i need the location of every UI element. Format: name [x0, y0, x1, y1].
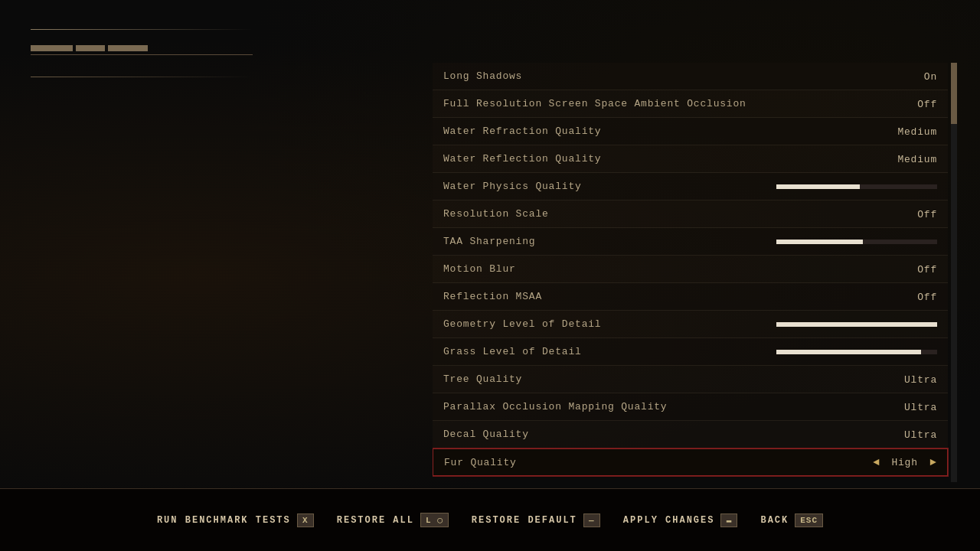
slider-fill-grass-lod [776, 350, 921, 354]
setting-row-long-shadows[interactable]: Long ShadowsOn [433, 63, 948, 90]
setting-row-motion-blur[interactable]: Motion BlurOff [433, 256, 948, 283]
bottom-action-run-benchmark[interactable]: Run Benchmark TestsX [157, 514, 314, 527]
setting-row-fur-quality[interactable]: Fur Quality◄High► [433, 448, 948, 476]
slider-taa-sharpening[interactable] [776, 240, 937, 244]
settings-panel: Long ShadowsOnFull Resolution Screen Spa… [433, 63, 957, 482]
scrollbar-track[interactable] [951, 63, 957, 482]
nav-arrow-left-fur-quality[interactable]: ◄ [873, 456, 879, 468]
action-label-restore-all: Restore All [337, 515, 414, 526]
description-divider [31, 77, 253, 77]
settings-list: Long ShadowsOnFull Resolution Screen Spa… [433, 63, 948, 482]
memory-bar-total [31, 54, 253, 55]
left-panel [31, 23, 306, 88]
setting-row-reflection-msaa[interactable]: Reflection MSAAOff [433, 283, 948, 311]
scrollbar-thumb[interactable] [951, 63, 957, 124]
slider-water-physics[interactable] [776, 184, 937, 189]
setting-name-long-shadows: Long Shadows [443, 70, 522, 82]
setting-row-decal-quality[interactable]: Decal QualityUltra [433, 421, 948, 448]
key-badge-restore-default: — [583, 514, 600, 527]
setting-value-long-shadows: On [924, 71, 937, 83]
setting-row-water-refraction[interactable]: Water Refraction QualityMedium [433, 118, 948, 145]
bottom-bar: Run Benchmark TestsXRestore AllL ◯Restor… [0, 488, 980, 551]
setting-row-water-physics[interactable]: Water Physics Quality [433, 173, 948, 201]
setting-name-resolution-scale: Resolution Scale [443, 208, 549, 220]
action-label-back: Back [760, 515, 789, 526]
setting-value-frsssao: Off [917, 99, 937, 110]
setting-value-parallax-occlusion: Ultra [904, 402, 937, 413]
slider-fill-water-physics [776, 184, 860, 189]
bottom-action-back[interactable]: BackESC [760, 514, 823, 527]
slider-grass-lod[interactable] [776, 350, 937, 354]
setting-row-frsssao[interactable]: Full Resolution Screen Space Ambient Occ… [433, 90, 948, 118]
setting-name-water-refraction: Water Refraction Quality [443, 126, 601, 137]
setting-name-fur-quality: Fur Quality [444, 457, 517, 468]
slider-track-water-physics [776, 184, 937, 189]
setting-row-water-reflection[interactable]: Water Reflection QualityMedium [433, 145, 948, 173]
page-container: Long ShadowsOnFull Resolution Screen Spa… [0, 0, 980, 551]
slider-track-grass-lod [776, 350, 937, 354]
setting-name-grass-lod: Grass Level of Detail [443, 346, 582, 357]
action-label-run-benchmark: Run Benchmark Tests [157, 515, 291, 526]
setting-value-motion-blur: Off [917, 264, 937, 276]
slider-geometry-lod[interactable] [776, 322, 937, 327]
setting-value-decal-quality: Ultra [904, 429, 937, 441]
setting-value-tree-quality: Ultra [904, 374, 937, 386]
setting-row-tree-quality[interactable]: Tree QualityUltra [433, 366, 948, 393]
memory-bar-container [31, 45, 306, 51]
bottom-action-restore-default[interactable]: Restore Default— [472, 514, 600, 527]
memory-bar-used-2 [76, 45, 105, 51]
slider-fill-geometry-lod [776, 322, 937, 327]
setting-name-motion-blur: Motion Blur [443, 263, 516, 275]
memory-bar-used-1 [31, 45, 73, 51]
memory-bar-used-3 [108, 45, 148, 51]
setting-row-geometry-lod[interactable]: Geometry Level of Detail [433, 311, 948, 338]
setting-name-geometry-lod: Geometry Level of Detail [443, 318, 601, 330]
key-badge-restore-all: L ◯ [420, 513, 449, 527]
setting-row-grass-lod[interactable]: Grass Level of Detail [433, 338, 948, 366]
setting-name-taa-sharpening: TAA Sharpening [443, 236, 535, 247]
setting-row-parallax-occlusion[interactable]: Parallax Occlusion Mapping QualityUltra [433, 393, 948, 421]
key-badge-run-benchmark: X [297, 514, 314, 527]
title-divider [31, 29, 253, 30]
setting-name-tree-quality: Tree Quality [443, 373, 522, 385]
setting-name-reflection-msaa: Reflection MSAA [443, 291, 542, 302]
setting-value-resolution-scale: Off [917, 209, 937, 220]
setting-value-reflection-msaa: Off [917, 292, 937, 303]
slider-fill-taa-sharpening [776, 240, 863, 244]
nav-arrow-right-fur-quality[interactable]: ► [930, 456, 936, 468]
setting-row-resolution-scale[interactable]: Resolution ScaleOff [433, 201, 948, 228]
bottom-action-apply-changes[interactable]: Apply Changes▬ [623, 514, 738, 527]
active-value-text-fur-quality: High [886, 457, 924, 468]
key-badge-apply-changes: ▬ [720, 514, 737, 527]
action-label-apply-changes: Apply Changes [623, 515, 715, 526]
setting-row-taa-sharpening[interactable]: TAA Sharpening [433, 228, 948, 256]
setting-value-water-refraction: Medium [897, 126, 937, 138]
setting-name-frsssao: Full Resolution Screen Space Ambient Occ… [443, 98, 746, 109]
slider-track-taa-sharpening [776, 240, 937, 244]
key-badge-back: ESC [795, 514, 823, 527]
bottom-action-restore-all[interactable]: Restore AllL ◯ [337, 513, 449, 527]
setting-name-water-reflection: Water Reflection Quality [443, 153, 601, 165]
action-label-restore-default: Restore Default [472, 515, 577, 526]
setting-name-water-physics: Water Physics Quality [443, 181, 582, 192]
slider-track-geometry-lod [776, 322, 937, 327]
setting-name-parallax-occlusion: Parallax Occlusion Mapping Quality [443, 401, 667, 412]
setting-name-decal-quality: Decal Quality [443, 429, 529, 440]
active-value-container-fur-quality[interactable]: ◄High► [873, 456, 936, 468]
setting-value-water-reflection: Medium [897, 154, 937, 165]
